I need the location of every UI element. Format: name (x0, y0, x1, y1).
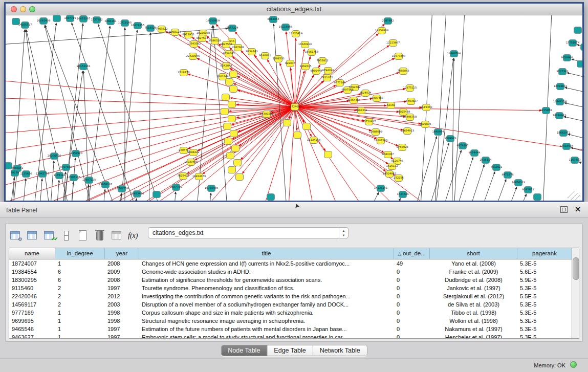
function-builder-icon[interactable]: f(x) (128, 230, 138, 242)
graph-edge[interactable] (70, 182, 73, 201)
table-row[interactable]: 977716911998Corpus callosum shape and si… (9, 309, 572, 317)
column-header-in_degree[interactable]: in_degree (55, 248, 105, 259)
tab-node-table[interactable]: Node Table (221, 345, 267, 356)
graph-edge[interactable] (568, 134, 582, 141)
memory-status-indicator[interactable] (570, 361, 577, 368)
graph-node[interactable] (581, 44, 583, 51)
graph-edge[interactable] (230, 69, 295, 107)
float-panel-icon[interactable] (560, 206, 568, 213)
graph-edge[interactable] (382, 199, 401, 201)
table-settings-icon[interactable]: ⚙ (10, 230, 22, 242)
graph-edge[interactable] (203, 107, 295, 174)
graph-edge[interactable] (22, 179, 26, 201)
import-table-icon[interactable] (111, 230, 123, 242)
table-selector-dropdown[interactable]: citations_edges.txt ▲▼ (148, 227, 349, 238)
graph-edge[interactable] (446, 158, 473, 201)
graph-node[interactable] (230, 71, 237, 78)
rows-icon[interactable] (60, 230, 73, 242)
graph-node[interactable] (574, 27, 582, 34)
graph-node[interactable] (284, 120, 291, 126)
graph-edge[interactable] (480, 179, 506, 201)
graph-node[interactable] (294, 132, 301, 139)
table-row[interactable]: 1938455462009Genome-wide association stu… (9, 268, 572, 276)
column-header-title[interactable]: title (139, 248, 394, 259)
graph-edge[interactable] (579, 162, 582, 168)
column-header-short[interactable]: short (430, 248, 517, 259)
column-header-name[interactable]: name (9, 248, 55, 259)
table-row[interactable]: 1872400712008Changes of HCN gene express… (9, 259, 572, 268)
delete-table-icon[interactable] (94, 230, 106, 242)
graph-edge[interactable] (51, 161, 54, 201)
graph-node[interactable] (225, 138, 232, 145)
graph-edge[interactable] (188, 107, 295, 149)
graph-edge[interactable] (458, 165, 484, 201)
graph-node[interactable] (153, 191, 161, 198)
graph-node[interactable] (267, 194, 275, 201)
graph-node[interactable] (221, 108, 229, 115)
graph-edge[interactable] (571, 147, 582, 154)
table-row[interactable]: 1456911722003Disruption of a novel membe… (9, 300, 572, 309)
column-header-out_de[interactable]: △out_de... (394, 248, 430, 259)
column-header-pagerank[interactable]: pagerank (517, 248, 572, 259)
graph-node[interactable] (534, 194, 541, 201)
graph-node[interactable] (234, 160, 242, 166)
window-titlebar[interactable]: citations_edges.txt (6, 4, 582, 15)
network-canvas[interactable]: 1872400714055717200914061487719106532871… (6, 15, 582, 201)
graph-edge[interactable] (207, 193, 211, 201)
column-header-year[interactable]: year (105, 248, 139, 259)
new-table-icon[interactable] (77, 230, 90, 242)
graph-node[interactable] (227, 152, 234, 159)
scrollbar-thumb[interactable] (573, 257, 579, 280)
graph-node[interactable] (224, 123, 231, 130)
graph-edge[interactable] (101, 189, 105, 201)
table-select-rows-icon[interactable]: ✔✔ (43, 230, 56, 242)
graph-node[interactable] (324, 151, 332, 158)
graph-edge[interactable] (55, 180, 59, 201)
graph-node[interactable] (228, 116, 236, 122)
graph-node[interactable] (228, 167, 236, 173)
graph-edge[interactable] (21, 107, 295, 201)
graph-edge[interactable] (59, 71, 83, 201)
table-row[interactable]: 946554611997Estimation of the future num… (9, 325, 572, 333)
graph-node[interactable] (230, 130, 238, 137)
graph-node[interactable] (222, 94, 230, 101)
graph-edge[interactable] (149, 33, 150, 201)
graph-node[interactable] (303, 123, 311, 130)
graph-edge[interactable] (453, 15, 465, 201)
graph-edge[interactable] (500, 194, 527, 201)
graph-edge[interactable] (490, 187, 517, 201)
graph-edge[interactable] (434, 150, 461, 201)
graph-edge[interactable] (468, 171, 495, 201)
graph-edge[interactable] (359, 192, 379, 201)
table-scrollbar[interactable] (572, 248, 579, 339)
table-columns-icon[interactable] (27, 230, 39, 242)
graph-node[interactable] (577, 61, 583, 68)
graph-edge[interactable] (564, 117, 582, 123)
table-row[interactable]: 1830029562008Estimation of significance … (9, 276, 572, 284)
graph-node[interactable] (53, 15, 61, 22)
graph-node[interactable] (226, 79, 233, 85)
graph-edge[interactable] (564, 103, 582, 110)
tab-network-table[interactable]: Network Table (313, 345, 367, 356)
graph-edge[interactable] (6, 107, 295, 175)
graph-edge[interactable] (172, 192, 176, 201)
graph-edge[interactable] (567, 73, 582, 79)
table-row[interactable]: 969969511998Structural magnetic resonanc… (9, 317, 572, 325)
network-graph[interactable]: 1872400714055717200914061487719106532871… (6, 15, 582, 201)
graph-edge[interactable] (295, 38, 296, 107)
graph-edge[interactable] (410, 137, 437, 201)
graph-edge[interactable] (6, 97, 295, 107)
graph-edge[interactable] (227, 78, 295, 107)
table-row[interactable]: 911546021997Tourette syndrome. Phenomeno… (9, 284, 572, 292)
graph-edge[interactable] (118, 30, 137, 201)
table-row[interactable]: 946362711997Embryonic stem cells: a mode… (9, 333, 572, 339)
close-panel-icon[interactable]: ✕ (575, 205, 581, 213)
graph-node[interactable] (232, 145, 239, 152)
table-row[interactable]: 2242004622012Investigating the contribut… (9, 292, 572, 300)
graph-edge[interactable] (198, 107, 295, 150)
graph-node[interactable] (228, 101, 236, 108)
graph-edge[interactable] (38, 179, 42, 201)
tab-edge-table[interactable]: Edge Table (267, 345, 313, 356)
graph-node[interactable] (236, 174, 244, 181)
graph-edge[interactable] (286, 32, 295, 107)
